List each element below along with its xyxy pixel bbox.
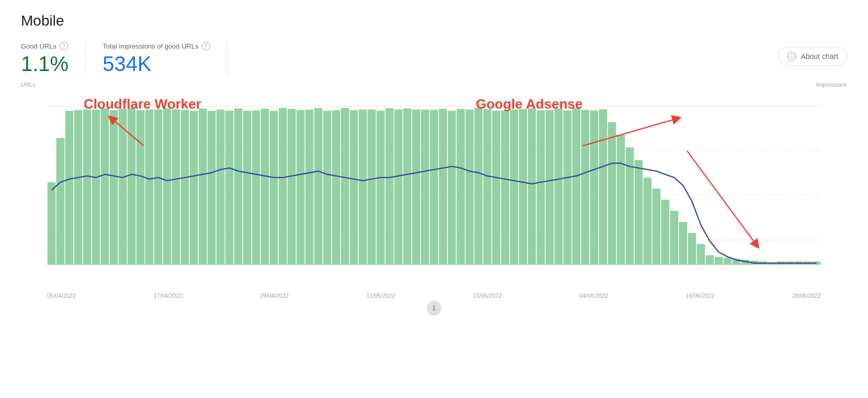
- svg-rect-81: [652, 189, 660, 265]
- svg-rect-16: [74, 110, 83, 265]
- svg-rect-89: [724, 257, 732, 264]
- svg-rect-46: [341, 108, 349, 265]
- x-axis-labels: 05/04/2022 17/04/2022 29/04/2022 11/05/2…: [21, 289, 847, 299]
- total-impressions-value: 534K: [102, 53, 210, 74]
- svg-rect-27: [172, 109, 180, 264]
- svg-rect-57: [439, 109, 447, 265]
- svg-rect-87: [706, 255, 714, 265]
- svg-rect-36: [252, 110, 260, 264]
- y-axis-left-label: URLs: [21, 81, 36, 88]
- info-icon: ⓘ: [787, 52, 796, 61]
- chart-area: URLs Impressions Cloudflare Worker Googl…: [21, 91, 847, 315]
- metrics-row: Good URLs ? 1.1% Total impressions of go…: [21, 42, 847, 74]
- svg-rect-40: [288, 109, 296, 265]
- svg-rect-59: [456, 109, 465, 265]
- svg-rect-33: [225, 111, 234, 265]
- svg-rect-13: [48, 182, 56, 265]
- svg-rect-53: [403, 108, 412, 264]
- svg-rect-25: [154, 109, 163, 264]
- svg-rect-58: [448, 111, 456, 265]
- svg-rect-66: [519, 109, 527, 265]
- svg-rect-31: [208, 111, 216, 265]
- about-chart-button[interactable]: ⓘ About chart: [778, 47, 847, 66]
- svg-rect-70: [554, 109, 563, 265]
- svg-rect-30: [199, 109, 207, 265]
- svg-rect-17: [83, 109, 92, 264]
- svg-rect-72: [572, 108, 580, 264]
- svg-rect-37: [261, 109, 269, 265]
- svg-rect-52: [394, 110, 403, 265]
- svg-rect-65: [510, 109, 518, 264]
- svg-rect-88: [715, 257, 723, 265]
- svg-rect-29: [190, 111, 198, 265]
- page-title: Mobile: [21, 13, 847, 29]
- svg-rect-76: [608, 122, 616, 265]
- svg-rect-69: [545, 110, 554, 264]
- svg-rect-83: [670, 211, 679, 265]
- svg-rect-28: [181, 110, 189, 264]
- svg-rect-54: [412, 110, 420, 265]
- svg-rect-86: [697, 244, 705, 264]
- total-impressions-help-icon[interactable]: ?: [202, 42, 210, 50]
- svg-rect-43: [314, 108, 323, 265]
- svg-rect-26: [163, 109, 172, 265]
- svg-rect-32: [216, 110, 225, 265]
- svg-rect-34: [234, 109, 243, 265]
- svg-rect-56: [430, 110, 438, 265]
- svg-rect-24: [145, 110, 154, 265]
- svg-rect-82: [661, 200, 670, 264]
- svg-rect-85: [688, 233, 696, 265]
- good-urls-help-icon[interactable]: ?: [60, 42, 68, 50]
- svg-rect-19: [101, 108, 109, 264]
- svg-rect-35: [243, 111, 252, 265]
- good-urls-value: 1.1%: [21, 53, 68, 74]
- svg-rect-80: [643, 178, 652, 265]
- svg-rect-84: [679, 222, 688, 265]
- pagination-area: 1: [21, 301, 847, 315]
- svg-rect-15: [65, 111, 74, 264]
- svg-rect-62: [483, 109, 492, 265]
- svg-rect-51: [385, 108, 394, 265]
- y-axis-right-label: Impressions: [816, 81, 847, 88]
- svg-rect-79: [634, 160, 643, 264]
- svg-rect-61: [474, 108, 483, 265]
- page-dot-1[interactable]: 1: [427, 301, 441, 315]
- svg-rect-14: [56, 138, 65, 265]
- svg-rect-39: [279, 108, 287, 265]
- svg-rect-41: [296, 110, 305, 264]
- svg-rect-73: [581, 110, 589, 265]
- svg-rect-18: [92, 110, 100, 265]
- svg-rect-60: [465, 110, 474, 265]
- svg-rect-48: [359, 109, 367, 264]
- svg-rect-45: [332, 110, 340, 265]
- total-impressions-metric: Total impressions of good URLs ? 534K: [102, 42, 227, 74]
- svg-rect-22: [128, 108, 136, 264]
- svg-rect-50: [376, 111, 385, 265]
- svg-rect-23: [136, 110, 145, 265]
- good-urls-label: Good URLs ?: [21, 42, 68, 50]
- svg-rect-21: [119, 109, 127, 265]
- svg-rect-38: [270, 111, 278, 265]
- chart-svg: 100% 66% 33% 0% 12K 8K 4K 0: [47, 101, 821, 289]
- svg-rect-47: [350, 110, 358, 265]
- svg-rect-75: [599, 109, 607, 265]
- svg-rect-67: [528, 109, 536, 265]
- svg-rect-55: [421, 110, 429, 265]
- svg-rect-64: [501, 111, 509, 265]
- svg-rect-44: [323, 111, 332, 265]
- svg-rect-42: [305, 110, 314, 265]
- svg-rect-77: [616, 135, 625, 265]
- svg-rect-68: [536, 110, 545, 265]
- svg-rect-71: [563, 110, 572, 264]
- good-urls-metric: Good URLs ? 1.1%: [21, 42, 86, 74]
- svg-line-102: [687, 151, 757, 245]
- total-impressions-label: Total impressions of good URLs ?: [102, 42, 210, 50]
- svg-rect-20: [110, 110, 118, 265]
- svg-rect-63: [492, 111, 500, 265]
- svg-rect-74: [590, 110, 598, 264]
- svg-rect-49: [368, 110, 376, 265]
